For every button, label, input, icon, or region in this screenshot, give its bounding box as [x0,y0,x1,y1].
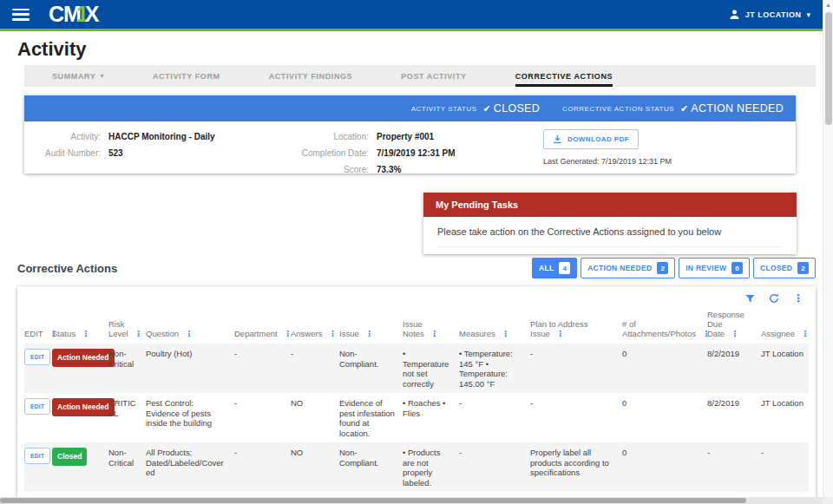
department-cell: - [234,393,291,442]
scroll-up-arrow-icon[interactable]: ▲ [825,2,831,8]
column-menu-icon[interactable]: ⋮ [328,329,337,338]
activity-details: Activity:HACCP Monitoring - Daily Audit … [24,121,796,173]
hamburger-menu-icon[interactable] [12,9,30,21]
attachments-cell: 0 [622,442,707,492]
tab-activity-findings[interactable]: ACTIVITY FINDINGS [269,65,353,87]
last-generated-text: Last Generated: 7/19/2019 12:31 PM [543,157,672,166]
filter-icon[interactable] [745,294,755,304]
answers-cell: NO [291,442,339,492]
filter-all-count: 4 [559,262,570,274]
issue-cell: Non-Compliant. [339,442,403,492]
column-menu-icon[interactable]: ⋮ [556,329,565,338]
audit-number-label: Audit Number: [31,147,101,160]
location-value: Property #001 [377,131,434,143]
column-header-question: Question⋮ [146,306,234,344]
filter-in-review-button[interactable]: IN REVIEW 0 [679,258,750,278]
table-menu-icon[interactable]: ⋮ [793,292,803,304]
vertical-scrollbar[interactable]: ▲ [823,0,833,497]
activity-summary-card: ACTIVITY STATUS ✔ CLOSED CORRECTIVE ACTI… [24,95,796,173]
due-date-cell: 8/2/2019 [707,344,761,393]
edit-button[interactable]: EDIT [24,448,50,464]
pending-tasks-card: My Pending Tasks Please take action on t… [423,193,797,254]
question-cell: All Products: Dated/Labeled/Covered [146,442,234,492]
measures-cell: - [459,442,530,492]
plan-cell: - [530,393,622,442]
edit-button[interactable]: EDIT [24,349,50,365]
tab-corrective-actions[interactable]: CORRECTIVE ACTIONS [515,65,613,87]
column-menu-icon[interactable]: ⋮ [430,329,439,338]
column-header-response-due-date: Response Due Date⋮ [707,306,761,344]
refresh-icon[interactable] [769,293,779,304]
pending-tasks-message: Please take action on the Corrective Act… [437,226,783,237]
column-menu-icon[interactable]: ⋮ [185,329,193,338]
column-header-issue-notes: Issue Notes⋮ [403,306,459,344]
pending-tasks-title: My Pending Tasks [423,193,797,217]
answers-cell: NO [291,393,339,442]
assignee-cell: JT Location [761,344,809,393]
column-menu-icon[interactable]: ⋮ [731,329,739,338]
logo-text-right: X [85,2,99,27]
edit-button[interactable]: EDIT [24,398,50,415]
issue-cell: Evidence of pest infestation found at lo… [339,393,403,442]
activity-status-label: ACTIVITY STATUS [411,105,477,113]
column-header-risk-level: Risk Level⋮ [108,306,146,344]
corrective-action-status-value: ACTION NEEDED [691,102,784,115]
assignee-cell: - [761,442,809,492]
corrective-action-status-label: CORRECTIVE ACTION STATUS [562,105,674,113]
chevron-down-icon: ▾ [100,72,104,80]
status-banner: ACTIVITY STATUS ✔ CLOSED CORRECTIVE ACTI… [24,95,796,121]
question-cell: Poultry (Hot) [146,344,234,393]
location-label: Location: [259,131,369,143]
filter-all-button[interactable]: ALL 4 [532,258,577,278]
issue-notes-cell: • Products are not properly labeled. [403,442,459,492]
due-date-cell: 8/2/2019 [707,393,761,442]
user-menu-label: JT LOCATION [745,10,802,19]
user-menu[interactable]: JT LOCATION ▾ [729,9,810,20]
assignee-cell: JT Location [761,393,809,442]
column-menu-icon[interactable]: ⋮ [801,329,810,338]
issue-cell: Non-Compliant. [339,344,403,393]
horizontal-scrollbar[interactable] [0,497,823,504]
table-row: EDIT Closed Non-Critical All Products: D… [24,442,809,492]
download-pdf-button[interactable]: DOWNLOAD PDF [543,129,639,149]
question-cell: Pest Control: Evidence of pests inside t… [146,393,234,442]
horizontal-scrollbar-thumb[interactable] [0,498,746,503]
column-menu-icon[interactable]: ⋮ [82,329,90,338]
top-navbar: CM1X JT LOCATION ▾ [0,0,823,31]
filter-closed-button[interactable]: CLOSED 2 [753,258,816,278]
filter-action-needed-count: 2 [657,262,668,274]
column-menu-icon[interactable]: ⋮ [502,329,510,338]
score-label: Score: [259,164,369,176]
tab-activity-form[interactable]: ACTIVITY FORM [153,65,220,87]
corrective-action-status: CORRECTIVE ACTION STATUS ✔ ACTION NEEDED [562,102,784,115]
risk-level-cell: CRITICAL [108,393,146,442]
vertical-scrollbar-thumb[interactable] [825,12,832,125]
filter-action-needed-button[interactable]: ACTION NEEDED 2 [580,258,675,278]
column-header-plan: Plan to Address Issue⋮ [530,306,622,344]
status-badge: Action Needed [52,349,115,367]
scrollbar-corner [823,497,833,504]
corrective-actions-table-card: ⋮ EDIT⋮ Status⋮ Risk Level⋮ Question⋮ De… [17,286,816,504]
attachments-cell: 0 [622,393,707,442]
column-header-assignee: Assignee⋮ [761,306,809,344]
column-menu-icon[interactable]: ⋮ [134,329,143,338]
tab-summary[interactable]: SUMMARY ▾ [52,65,104,87]
table-row: EDIT Action Needed CRITICAL Pest Control… [24,393,809,442]
column-menu-icon[interactable]: ⋮ [365,329,374,338]
cmx-logo[interactable]: CM1X [49,2,98,27]
status-badge: Action Needed [52,398,115,416]
section-title-corrective-actions: Corrective Actions [17,262,117,275]
pending-tasks-divider [437,246,783,254]
column-header-edit: EDIT⋮ [24,306,52,344]
column-header-attachments: # of Attachments/Photos⋮ [622,306,707,344]
attachments-cell: 0 [622,344,707,393]
filter-in-review-count: 0 [731,262,743,274]
check-icon: ✔ [680,103,688,115]
user-icon [729,9,740,20]
column-header-department: Department⋮ [234,306,291,344]
column-header-status: Status⋮ [52,306,108,344]
chevron-down-icon: ▾ [806,10,810,19]
issue-notes-cell: • Temperature not set correctly [403,344,459,393]
filter-closed-count: 2 [797,262,809,274]
tab-post-activity[interactable]: POST ACTIVITY [401,65,466,87]
